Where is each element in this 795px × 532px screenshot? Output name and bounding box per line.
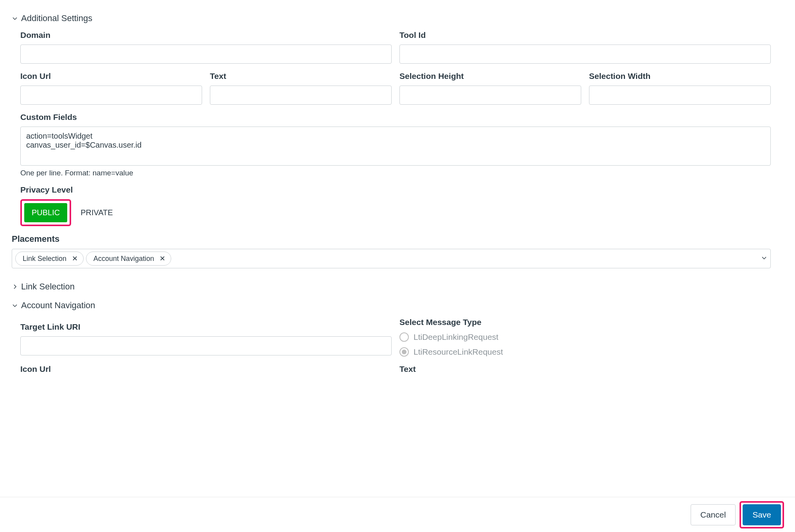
targeturi-label: Target Link URI (20, 322, 392, 332)
radio-label: LtiResourceLinkRequest (414, 347, 503, 357)
radio-label: LtiDeepLinkingRequest (414, 332, 498, 342)
public-button[interactable]: PUBLIC (24, 203, 67, 222)
radio-ltiresourcelink[interactable]: LtiResourceLinkRequest (399, 347, 771, 357)
placements-label: Placements (12, 234, 771, 244)
account-nav-toggle[interactable]: Account Navigation (12, 299, 771, 312)
domain-label: Domain (20, 30, 392, 40)
link-selection-toggle[interactable]: Link Selection (12, 280, 771, 293)
iconurl2-label: Icon Url (20, 364, 392, 374)
radio-icon (399, 332, 409, 342)
selheight-label: Selection Height (399, 71, 581, 81)
chevron-down-icon (12, 302, 18, 309)
save-button[interactable]: Save (743, 504, 781, 525)
placements-section: Placements Link Selection ✕ Account Navi… (12, 234, 771, 268)
additional-settings-toggle[interactable]: Additional Settings (12, 12, 771, 25)
account-nav-title: Account Navigation (21, 300, 95, 311)
private-button[interactable]: PRIVATE (75, 204, 118, 222)
selheight-input[interactable] (399, 86, 581, 105)
toolid-label: Tool Id (399, 30, 771, 40)
iconurl-label: Icon Url (20, 71, 202, 81)
chevron-down-icon (761, 255, 767, 262)
customfields-hint: One per line. Format: name=value (20, 169, 771, 177)
save-highlight: Save (739, 501, 784, 528)
radio-icon (399, 347, 409, 357)
toolid-input[interactable] (399, 45, 771, 64)
selwidth-label: Selection Width (589, 71, 771, 81)
messagetype-label: Select Message Type (399, 318, 771, 327)
placement-tag: Account Navigation ✕ (86, 252, 171, 266)
text-input[interactable] (210, 86, 392, 105)
chevron-right-icon (12, 284, 18, 290)
customfields-label: Custom Fields (20, 112, 771, 122)
chevron-down-icon (12, 15, 18, 21)
tag-remove-icon[interactable]: ✕ (72, 254, 78, 263)
tag-label: Account Navigation (93, 255, 154, 263)
customfields-input[interactable] (20, 127, 771, 166)
placements-select[interactable]: Link Selection ✕ Account Navigation ✕ (12, 249, 771, 268)
public-highlight: PUBLIC (20, 199, 71, 226)
privacy-label: Privacy Level (20, 185, 771, 195)
tag-remove-icon[interactable]: ✕ (159, 254, 165, 263)
footer: Cancel Save (0, 497, 795, 532)
additional-settings-title: Additional Settings (21, 13, 92, 23)
cancel-button[interactable]: Cancel (691, 504, 736, 525)
targeturi-input[interactable] (20, 336, 392, 355)
domain-input[interactable] (20, 45, 392, 64)
text2-label: Text (399, 364, 771, 374)
tag-label: Link Selection (23, 255, 66, 263)
link-selection-title: Link Selection (21, 282, 75, 292)
placement-tag: Link Selection ✕ (15, 252, 84, 266)
selwidth-input[interactable] (589, 86, 771, 105)
radio-ltideeplinking[interactable]: LtiDeepLinkingRequest (399, 332, 771, 342)
iconurl-input[interactable] (20, 86, 202, 105)
text-label: Text (210, 71, 392, 81)
